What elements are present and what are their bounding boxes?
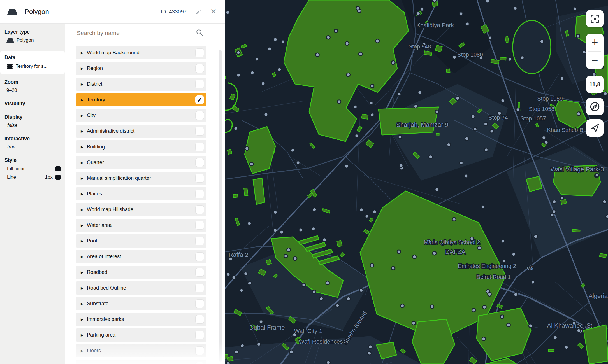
map-poi-marker[interactable]	[232, 276, 236, 279]
map-poi-marker[interactable]	[459, 12, 463, 16]
map-poi-marker[interactable]	[326, 281, 329, 285]
expand-arrow-icon[interactable]: ▶	[81, 255, 87, 259]
map-poi-marker[interactable]	[502, 259, 506, 263]
map-territory-parcel[interactable]	[548, 349, 554, 352]
map-poi-marker[interactable]	[293, 257, 297, 260]
map-poi-marker[interactable]	[277, 68, 281, 71]
map-poi-marker[interactable]	[368, 345, 372, 349]
expand-arrow-icon[interactable]: ▶	[81, 98, 87, 102]
map-poi-marker[interactable]	[365, 214, 369, 218]
search-icon[interactable]	[196, 29, 203, 37]
map-poi-marker[interactable]	[604, 92, 607, 95]
map-poi-marker[interactable]	[414, 104, 417, 108]
map-poi-marker[interactable]	[531, 280, 535, 284]
map-poi-marker[interactable]	[345, 42, 349, 45]
expand-arrow-icon[interactable]: ▶	[81, 223, 87, 227]
map-poi-marker[interactable]	[240, 344, 244, 347]
map-poi-marker[interactable]	[302, 283, 306, 287]
layer-row-roadbed[interactable]: ▶Roadbed	[76, 266, 206, 279]
map-poi-marker[interactable]	[418, 91, 422, 94]
map-poi-marker[interactable]	[456, 97, 460, 100]
map-poi-marker[interactable]	[273, 211, 277, 214]
map-poi-marker[interactable]	[560, 196, 564, 200]
layer-row-parking-area[interactable]: ▶Parking area	[76, 328, 206, 342]
map-poi-marker[interactable]	[433, 0, 436, 2]
fullscreen-button[interactable]	[586, 10, 604, 27]
map-poi-marker[interactable]	[234, 127, 238, 130]
map-poi-marker[interactable]	[398, 135, 402, 139]
map-poi-marker[interactable]	[299, 228, 303, 232]
layer-row-administrative-district[interactable]: ▶Administrative district	[76, 125, 206, 138]
map-poi-marker[interactable]	[544, 141, 548, 144]
section-data[interactable]: Data Territory for s...	[0, 51, 65, 74]
map-poi-marker[interactable]	[257, 342, 261, 346]
map-territory-polygon[interactable]	[379, 107, 438, 135]
layer-row-substrate[interactable]: ▶Substrate	[76, 297, 206, 310]
layer-checkbox[interactable]	[195, 111, 204, 120]
map-poi-marker[interactable]	[359, 52, 362, 56]
map-poi-marker[interactable]	[553, 200, 556, 204]
map-poi-marker[interactable]	[484, 122, 488, 126]
map-poi-marker[interactable]	[247, 221, 251, 225]
compass-button[interactable]	[586, 98, 604, 115]
map-poi-marker[interactable]	[245, 147, 249, 150]
layer-checkbox[interactable]	[195, 346, 204, 355]
map-poi-marker[interactable]	[391, 61, 395, 64]
expand-arrow-icon[interactable]: ▶	[81, 176, 87, 180]
map-poi-marker[interactable]	[356, 6, 360, 10]
map-poi-marker[interactable]	[273, 38, 277, 41]
layer-checkbox[interactable]	[195, 299, 204, 308]
map-poi-marker[interactable]	[413, 255, 416, 258]
layer-row-quarter[interactable]: ▶Quarter	[76, 156, 206, 169]
map-poi-marker[interactable]	[391, 266, 395, 270]
layer-row-area-of-interest[interactable]: ▶Area of interest	[76, 250, 206, 263]
map-poi-marker[interactable]	[268, 47, 271, 51]
layer-checkbox[interactable]	[195, 221, 204, 230]
map-territory-parcel[interactable]	[266, 259, 271, 265]
map-poi-marker[interactable]	[435, 110, 439, 114]
map-poi-marker[interactable]	[516, 108, 520, 112]
layer-row-partial[interactable]: ▶	[76, 360, 206, 364]
expand-arrow-icon[interactable]: ▶	[81, 349, 87, 353]
map-poi-marker[interactable]	[472, 308, 476, 312]
map-poi-marker[interactable]	[452, 55, 456, 59]
map-poi-marker[interactable]	[501, 99, 505, 102]
map-poi-marker[interactable]	[236, 51, 240, 54]
layer-checkbox[interactable]	[195, 237, 204, 245]
map-territory-parcel[interactable]	[436, 133, 439, 135]
map-poi-marker[interactable]	[512, 253, 516, 256]
map-poi-marker[interactable]	[465, 137, 468, 141]
expand-arrow-icon[interactable]: ▶	[81, 161, 87, 165]
map-poi-marker[interactable]	[552, 210, 556, 214]
layer-row-places[interactable]: ▶Places	[76, 187, 206, 200]
map-poi-marker[interactable]	[240, 289, 243, 292]
map-poi-marker[interactable]	[337, 100, 341, 104]
map-poi-marker[interactable]	[370, 84, 374, 88]
map-poi-marker[interactable]	[465, 22, 469, 26]
layer-checkbox[interactable]	[195, 190, 204, 198]
layer-checkbox[interactable]	[195, 362, 204, 364]
map-poi-marker[interactable]	[261, 82, 265, 85]
map-poi-marker[interactable]	[296, 161, 300, 165]
map-poi-marker[interactable]	[280, 230, 284, 234]
expand-arrow-icon[interactable]: ▶	[81, 114, 87, 118]
map-poi-marker[interactable]	[287, 248, 291, 251]
layer-checkbox[interactable]	[195, 127, 204, 136]
layer-row-pool[interactable]: ▶Pool	[76, 234, 206, 248]
map-poi-marker[interactable]	[376, 39, 379, 43]
map-poi-marker[interactable]	[370, 113, 374, 117]
layer-row-immersive-parks[interactable]: ▶Immersive parks	[76, 313, 206, 326]
map-poi-marker[interactable]	[603, 200, 606, 204]
map-poi-marker[interactable]	[397, 250, 401, 254]
map-poi-marker[interactable]	[542, 136, 546, 139]
map-poi-marker[interactable]	[447, 143, 451, 146]
map-poi-marker[interactable]	[501, 239, 505, 243]
map-poi-marker[interactable]	[482, 337, 486, 341]
layer-row-floors[interactable]: ▶Floors	[76, 344, 206, 357]
map-poi-marker[interactable]	[397, 92, 401, 96]
layer-checkbox[interactable]	[195, 268, 204, 277]
map-poi-marker[interactable]	[323, 238, 326, 242]
map-poi-marker[interactable]	[565, 346, 568, 349]
map-poi-marker[interactable]	[273, 228, 277, 232]
map-poi-marker[interactable]	[553, 336, 557, 339]
